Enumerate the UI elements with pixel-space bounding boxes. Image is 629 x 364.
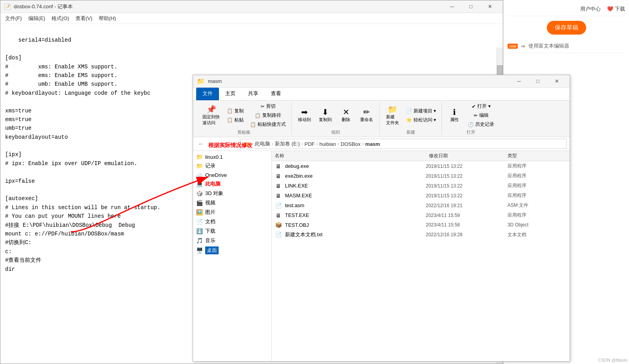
path-dosbox[interactable]: DOSBox xyxy=(341,141,361,147)
download-link[interactable]: ❤️ 下载 xyxy=(607,6,625,13)
history-button[interactable]: 🕐 历史记录 xyxy=(465,120,497,129)
path-drive[interactable]: 新加卷 (E:) xyxy=(275,140,300,147)
explorer-maximize-button[interactable]: □ xyxy=(529,76,547,87)
ribbon-tab-home[interactable]: 主页 xyxy=(219,88,242,100)
folder-linux-icon: 📁 xyxy=(196,154,203,160)
rename-icon: ✏ xyxy=(363,108,370,116)
col-name[interactable]: 名称 xyxy=(275,153,429,159)
menu-format[interactable]: 格式(O) xyxy=(48,13,72,24)
save-draft-button[interactable]: 保存草稿 xyxy=(547,21,586,35)
tree-item-3d-label: 3D 对象 xyxy=(205,190,223,197)
copy-to-button[interactable]: ⬇ 复制到 xyxy=(316,107,335,124)
tree-item-pic[interactable]: 🖼️ 图片 xyxy=(193,208,271,217)
explorer-minimize-button[interactable]: ─ xyxy=(510,76,528,87)
doc-icon: 📄 xyxy=(196,219,203,225)
explorer-close-button[interactable]: ✕ xyxy=(548,76,566,87)
cut-button[interactable]: ✂ 剪切 xyxy=(248,102,288,110)
path-masm[interactable]: masm xyxy=(365,141,380,147)
tree-item-linux[interactable]: 📁 linux0.1 xyxy=(193,153,271,161)
minimize-button[interactable]: ─ xyxy=(443,1,461,12)
new-label: 新建 xyxy=(383,129,438,135)
table-row[interactable]: 🖥 LINK.EXE 2019/11/15 13:22 应用程序 xyxy=(272,181,570,191)
path-computer[interactable]: 此电脑 xyxy=(255,140,270,147)
clipboard-group: 📌 固定到快速访问 📋 复制 📋 粘贴 xyxy=(196,102,292,135)
table-row[interactable]: 🖥 exe2bin.exe 2019/11/15 13:22 应用程序 xyxy=(272,171,570,181)
close-button[interactable]: ✕ xyxy=(481,1,499,12)
file-icon: 🖥 xyxy=(275,173,282,179)
path-pdf[interactable]: PDF xyxy=(305,141,315,147)
tree-item-download-label: 下载 xyxy=(205,228,215,235)
table-row[interactable]: 🖥 TEST.EXE 2023/4/11 15:59 应用程序 xyxy=(272,210,570,220)
table-row[interactable]: 📦 TEST.OBJ 2023/4/11 15:58 3D Object xyxy=(272,220,570,230)
file-type: 应用程序 xyxy=(508,192,566,199)
open-button[interactable]: ✔ 打开 ▾ xyxy=(465,102,497,110)
move-to-button[interactable]: ➡ 移动到 xyxy=(295,107,314,124)
menu-view[interactable]: 查看(V) xyxy=(72,13,96,24)
address-path[interactable]: 📁 › 此电脑 › 新加卷 (E:) › PDF › huibian › DOS… xyxy=(240,139,566,149)
copy-to-icon: ⬇ xyxy=(322,108,329,116)
table-row[interactable]: 🖥 MASM.EXE 2019/11/15 13:22 应用程序 xyxy=(272,191,570,200)
delete-button[interactable]: ✕ 删除 xyxy=(337,107,355,124)
ribbon-tab-view[interactable]: 查看 xyxy=(265,88,287,100)
pin-quick-access-button[interactable]: 📌 固定到快速访问 xyxy=(199,104,223,127)
tree-item-music[interactable]: 🎵 音乐 xyxy=(193,236,271,245)
csdn-watermark: CSDN @fitpolo xyxy=(598,358,627,362)
up-button[interactable]: ↑ xyxy=(229,139,239,149)
file-name: debug.exe xyxy=(285,163,423,169)
new-folder-icon: 📁 xyxy=(388,105,397,113)
paste-button[interactable]: 📋 粘贴 xyxy=(224,116,246,124)
tree-item-desktop[interactable]: 🖥️ 桌面 xyxy=(193,245,271,256)
cut-icon: ✂ xyxy=(261,104,265,109)
properties-button[interactable]: ℹ 属性 xyxy=(445,107,464,124)
ribbon-tab-share[interactable]: 共享 xyxy=(242,88,265,100)
menu-file[interactable]: 文件(F) xyxy=(2,13,25,24)
new-folder-button[interactable]: 📁 新建文件夹 xyxy=(383,104,402,127)
tree-item-mypc[interactable]: 💻 此电脑 xyxy=(193,179,271,189)
table-row[interactable]: 🖥 debug.exe 2019/11/15 13:22 应用程序 xyxy=(272,161,570,171)
dropdown-button[interactable]: ∨ xyxy=(218,139,228,149)
col-date[interactable]: 修改日期 xyxy=(429,153,508,159)
table-row[interactable]: 📄 新建文本文档.txt 2022/12/16 19:28 文本文档 xyxy=(272,230,570,240)
download-icon: ⬇️ xyxy=(196,228,203,234)
tree-item-download[interactable]: ⬇️ 下载 xyxy=(193,226,271,236)
music-icon: 🎵 xyxy=(196,237,203,244)
tree-item-video[interactable]: 🎬 视频 xyxy=(193,198,271,208)
back-button[interactable]: ← xyxy=(196,139,206,149)
paste-shortcut-button[interactable]: 📋 粘贴快捷方式 xyxy=(248,120,288,129)
explorer-body: 📁 linux0.1 📁 记录 ☁️ OneDrive 💻 此电脑 🎲 3D 对… xyxy=(193,151,570,361)
menu-help[interactable]: 帮助(H) xyxy=(96,13,119,24)
rich-editor-label[interactable]: 使用富文本编辑器 xyxy=(528,42,569,50)
table-row[interactable]: 📄 test.asm 2022/12/16 19:21 ASM 文件 xyxy=(272,200,570,210)
file-type: ASM 文件 xyxy=(508,202,566,209)
ribbon-tab-file[interactable]: 文件 xyxy=(196,88,219,100)
file-date: 2019/11/15 13:22 xyxy=(426,193,504,199)
copy-path-button[interactable]: 📋 复制路径 xyxy=(248,111,288,119)
file-name: exe2bin.exe xyxy=(285,173,423,179)
file-icon: 📄 xyxy=(275,232,282,238)
file-date: 2019/11/15 13:22 xyxy=(426,173,504,179)
col-type[interactable]: 类型 xyxy=(508,153,566,159)
rename-button[interactable]: ✏ 重命名 xyxy=(357,107,376,124)
easy-access-button[interactable]: ⭐ 轻松访问 ▾ xyxy=(404,116,438,124)
folder-icon: 📁 xyxy=(197,77,205,85)
menu-edit[interactable]: 编辑(E) xyxy=(25,13,48,24)
tree-item-doc[interactable]: 📄 文档 xyxy=(193,217,271,226)
notepad-title: dosbox-0.74.conf - 记事本 xyxy=(14,3,73,10)
file-icon: 📄 xyxy=(275,202,282,209)
file-name: MASM.EXE xyxy=(285,193,423,199)
new-item-button[interactable]: 📄 新建项目 ▾ xyxy=(404,107,438,115)
user-center-link[interactable]: 用户中心 xyxy=(580,6,601,13)
tree-item-3d[interactable]: 🎲 3D 对象 xyxy=(193,189,271,198)
copy-button[interactable]: 📋 复制 xyxy=(224,107,246,115)
organize-label: 组织 xyxy=(295,129,376,135)
folder-record-icon: 📁 xyxy=(196,163,203,169)
file-name: TEST.EXE xyxy=(285,212,423,218)
tree-item-record[interactable]: 📁 记录 xyxy=(193,161,271,171)
path-huibian[interactable]: huibian xyxy=(320,141,336,147)
edit-button[interactable]: ✏ 编辑 xyxy=(465,111,497,119)
clipboard-label: 剪贴板 xyxy=(199,129,288,135)
forward-button[interactable]: → xyxy=(207,139,217,149)
file-date: 2022/12/16 19:28 xyxy=(426,232,504,237)
maximize-button[interactable]: □ xyxy=(462,1,480,12)
tree-item-onedrive[interactable]: ☁️ OneDrive xyxy=(193,171,271,179)
